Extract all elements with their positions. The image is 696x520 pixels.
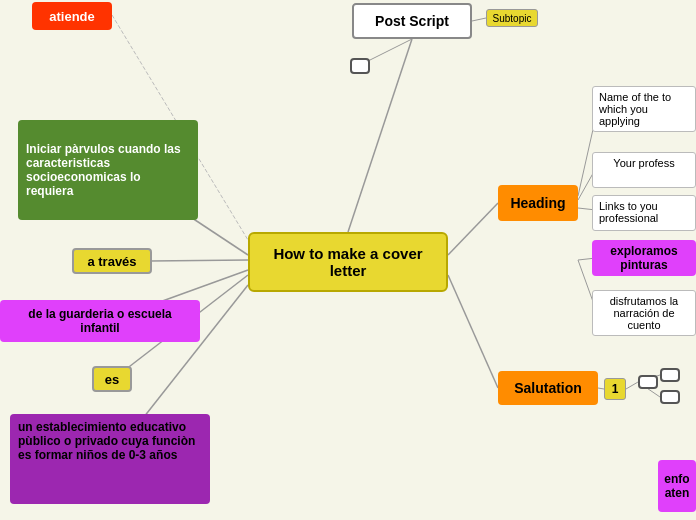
- disfrutamos-label: disfrutamos la narración de cuento: [599, 295, 689, 331]
- subtopic-badge: Subtopic: [486, 9, 538, 27]
- atiende-label: atiende: [49, 9, 95, 24]
- exploramos-node[interactable]: exploramos pinturas: [592, 240, 696, 276]
- name-of-node: Name of the to which you applying: [592, 86, 696, 132]
- postscript-label: Post Script: [375, 13, 449, 29]
- disfrutamos-node: disfrutamos la narración de cuento: [592, 290, 696, 336]
- sq1-node: [638, 375, 658, 389]
- num-badge: 1: [604, 378, 626, 400]
- central-node[interactable]: How to make a cover letter: [248, 232, 448, 292]
- your-profess-label: Your profess: [613, 157, 674, 169]
- links-node: Links to you professional: [592, 195, 696, 231]
- sq3-node: [660, 390, 680, 404]
- salutation-node[interactable]: Salutation: [498, 371, 598, 405]
- exploramos-label: exploramos pinturas: [598, 244, 690, 272]
- es-node[interactable]: es: [92, 366, 132, 392]
- central-label: How to make a cover letter: [258, 245, 438, 279]
- links-label: Links to you professional: [599, 200, 689, 224]
- atiende-node[interactable]: atiende: [32, 2, 112, 30]
- iniciar-label: Iniciar pàrvulos cuando las caracteristi…: [26, 142, 190, 198]
- sq2-node: [660, 368, 680, 382]
- ater-label: enfo aten: [662, 472, 692, 500]
- ater-node[interactable]: enfo aten: [658, 460, 696, 512]
- name-of-label: Name of the to which you applying: [599, 91, 689, 127]
- heading-label: Heading: [510, 195, 565, 211]
- svg-line-6: [448, 275, 498, 388]
- de-la-label: de la guarderia o escuela infantil: [8, 307, 192, 335]
- small-square-node: [350, 58, 370, 74]
- svg-line-12: [150, 260, 248, 261]
- postscript-node[interactable]: Post Script: [352, 3, 472, 39]
- es-label: es: [105, 372, 119, 387]
- de-la-node[interactable]: de la guarderia o escuela infantil: [0, 300, 200, 342]
- establecimiento-label: un establecimiento educativo pùblico o p…: [18, 420, 202, 462]
- atraves-label: a través: [87, 254, 136, 269]
- svg-line-1: [472, 18, 486, 21]
- salutation-label: Salutation: [514, 380, 582, 396]
- svg-line-8: [626, 382, 638, 389]
- num-badge-label: 1: [612, 382, 619, 396]
- iniciar-node[interactable]: Iniciar pàrvulos cuando las caracteristi…: [18, 120, 198, 220]
- heading-node[interactable]: Heading: [498, 185, 578, 221]
- svg-line-2: [448, 203, 498, 255]
- your-profess-node: Your profess: [592, 152, 696, 188]
- establecimiento-node[interactable]: un establecimiento educativo pùblico o p…: [10, 414, 210, 504]
- subtopic-label: Subtopic: [493, 13, 532, 24]
- atraves-node[interactable]: a través: [72, 248, 152, 274]
